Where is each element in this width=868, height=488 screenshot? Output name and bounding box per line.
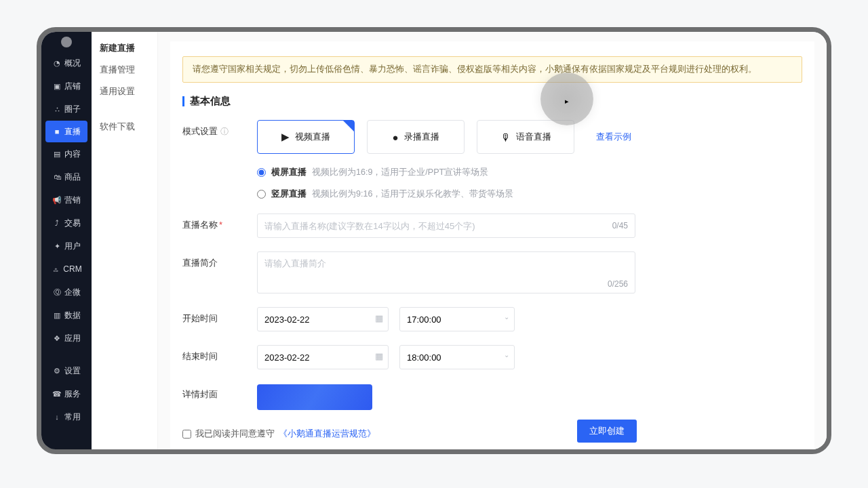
end-date-input[interactable] <box>257 345 389 369</box>
subnav-live-manage[interactable]: 直播管理 <box>100 59 149 81</box>
label-cover: 详情封面 <box>182 383 257 401</box>
live-icon: ■ <box>52 127 62 136</box>
start-time-select[interactable] <box>399 307 515 331</box>
sidebar-item-qiwei[interactable]: Ⓠ企微 <box>41 281 92 304</box>
shop-icon: ▣ <box>52 82 62 91</box>
subnav-general-settings[interactable]: 通用设置 <box>100 81 149 102</box>
sidebar-item-marketing[interactable]: 📢营销 <box>41 188 92 211</box>
sidebar-item-app[interactable]: ❖应用 <box>41 327 92 350</box>
sidebar-item-crm[interactable]: ஃCRM <box>41 258 92 281</box>
label-live-intro: 直播简介 <box>182 251 257 269</box>
content-icon: ▤ <box>52 150 62 159</box>
agree-text: 我已阅读并同意遵守 <box>195 428 275 440</box>
label-mode: 模式设置ⓘ <box>182 120 257 138</box>
radio-portrait[interactable]: 竖屏直播 视频比例为9:16，适用于泛娱乐化教学、带货等场景 <box>257 188 802 200</box>
agree-checkbox[interactable] <box>182 430 191 439</box>
app-icon: ❖ <box>52 334 62 343</box>
sidebar-item-overview[interactable]: ◔概况 <box>41 52 92 75</box>
start-date-input[interactable] <box>257 307 389 331</box>
logo-icon <box>61 37 72 47</box>
gear-icon: ⚙ <box>52 367 62 375</box>
frequent-icon: ↓ <box>52 413 62 421</box>
sidebar-item-goods[interactable]: 🛍商品 <box>41 165 92 188</box>
main-area: 请您遵守国家相关规定，切勿上传低俗色情、暴力恐怖、谣言诈骗、侵权盗版等相关内容，… <box>158 32 827 449</box>
sidebar-item-content[interactable]: ▤内容 <box>41 142 92 165</box>
label-live-name: 直播名称* <box>182 214 257 231</box>
compliance-warning: 请您遵守国家相关规定，切勿上传低俗色情、暴力恐怖、谣言诈骗、侵权盗版等相关内容，… <box>182 56 802 83</box>
radio-landscape[interactable]: 横屏直播 视频比例为16:9，适用于企业/PPT宣讲等场景 <box>257 166 802 178</box>
radio-landscape-input[interactable] <box>257 168 266 177</box>
end-time-select[interactable] <box>399 345 515 369</box>
qiwei-icon: Ⓠ <box>52 287 62 298</box>
info-icon[interactable]: ⓘ <box>220 127 229 136</box>
data-icon: ▥ <box>52 311 62 320</box>
create-button[interactable]: 立即创建 <box>577 420 637 443</box>
radio-portrait-input[interactable] <box>257 190 266 199</box>
live-name-counter: 0/45 <box>612 221 628 230</box>
sidebar: ◔概况 ▣店铺 ⛬圈子 ■直播 ▤内容 🛍商品 📢营销 ⤴交易 ✦用户 ஃCRM… <box>41 32 92 449</box>
subnav-new-live[interactable]: 新建直播 <box>100 37 149 59</box>
overview-icon: ◔ <box>52 59 62 68</box>
agree-link[interactable]: 《小鹅通直播运营规范》 <box>279 428 376 440</box>
record-icon: ● <box>392 131 398 143</box>
trade-icon: ⤴ <box>52 219 62 227</box>
sidebar-item-circle[interactable]: ⛬圈子 <box>41 98 92 121</box>
user-icon: ✦ <box>52 242 62 251</box>
live-intro-counter: 0/256 <box>608 279 628 289</box>
cover-upload[interactable] <box>257 384 372 410</box>
subnav: 新建直播 直播管理 通用设置 软件下载 <box>92 32 158 449</box>
sidebar-item-service[interactable]: ☎服务 <box>41 382 92 405</box>
sidebar-item-frequent[interactable]: ↓常用 <box>41 405 92 428</box>
label-start: 开始时间 <box>182 307 257 325</box>
video-icon: ▶ <box>281 131 290 143</box>
sidebar-item-user[interactable]: ✦用户 <box>41 235 92 258</box>
label-end: 结束时间 <box>182 345 257 363</box>
mode-card-audio[interactable]: 🎙语音直播 <box>477 120 574 154</box>
view-demo-link[interactable]: 查看示例 <box>596 131 631 143</box>
mode-card-record[interactable]: ●录播直播 <box>367 120 465 154</box>
mic-icon: 🎙 <box>500 131 511 143</box>
sidebar-item-shop[interactable]: ▣店铺 <box>41 75 92 98</box>
circle-icon: ⛬ <box>52 105 62 113</box>
sidebar-item-settings[interactable]: ⚙设置 <box>41 359 92 382</box>
goods-icon: 🛍 <box>52 173 62 181</box>
section-title-basic: 基本信息 <box>182 95 802 108</box>
live-intro-input[interactable] <box>264 258 628 277</box>
mode-card-video[interactable]: ▶视频直播 <box>257 120 355 154</box>
crm-icon: ஃ <box>51 265 60 274</box>
service-icon: ☎ <box>52 390 62 399</box>
live-name-input[interactable] <box>264 221 628 231</box>
marketing-icon: 📢 <box>52 196 62 205</box>
subnav-download[interactable]: 软件下载 <box>100 116 149 138</box>
sidebar-item-live[interactable]: ■直播 <box>45 121 87 142</box>
sidebar-item-trade[interactable]: ⤴交易 <box>41 211 92 235</box>
sidebar-item-data[interactable]: ▥数据 <box>41 304 92 327</box>
